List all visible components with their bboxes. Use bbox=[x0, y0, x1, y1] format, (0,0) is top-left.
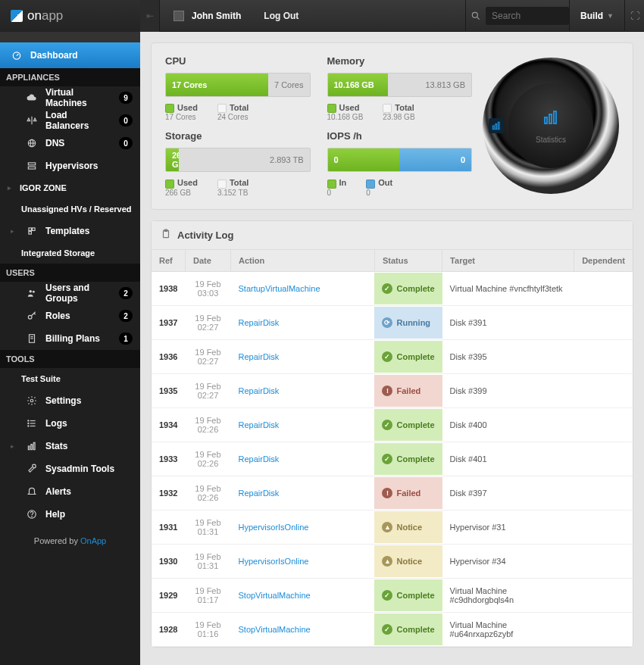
column-header[interactable]: Target bbox=[442, 250, 574, 272]
action-cell[interactable]: RepairDisk bbox=[230, 339, 374, 373]
status-icon: ▲ bbox=[382, 522, 392, 532]
table-row[interactable]: 193619 Feb02:27RepairDisk✓CompleteDisk #… bbox=[152, 339, 633, 373]
dependent-cell bbox=[574, 271, 633, 305]
sidebar-item-billing-plans[interactable]: Billing Plans1 bbox=[0, 327, 140, 350]
table-row[interactable]: 193419 Feb02:26RepairDisk✓CompleteDisk #… bbox=[152, 407, 633, 442]
table-row[interactable]: 192919 Feb01:17StopVirtualMachine✓Comple… bbox=[152, 578, 633, 612]
action-cell[interactable]: StopVirtualMachine bbox=[230, 578, 374, 612]
target-cell[interactable]: Disk #391 bbox=[442, 305, 574, 339]
status-cell: ✓Complete bbox=[374, 612, 442, 646]
action-cell[interactable]: RepairDisk bbox=[230, 373, 374, 407]
sidebar-item-stats[interactable]: ▸Stats bbox=[0, 435, 140, 457]
date-cell: 19 Feb01:31 bbox=[185, 544, 230, 578]
sidebar-item-templates[interactable]: ▸Templates bbox=[0, 220, 140, 242]
sidebar-item-roles[interactable]: Roles2 bbox=[0, 304, 140, 327]
sidebar-item-settings[interactable]: Settings bbox=[0, 389, 140, 412]
ref-cell: 1931 bbox=[152, 510, 185, 544]
sidebar-item-label: Roles bbox=[45, 311, 111, 321]
sidebar-item-integrated-storage[interactable]: Integrated Storage bbox=[0, 242, 140, 264]
table-row[interactable]: 193219 Feb02:26RepairDisk!FailedDisk #39… bbox=[152, 476, 633, 510]
clipboard-icon bbox=[161, 229, 171, 242]
fullscreen-button[interactable]: ⛶ bbox=[624, 0, 644, 32]
topbar: onapp ⇤ John Smith Log Out Build ▼ ⛶ bbox=[0, 0, 644, 32]
sidebar-item-label: Alerts bbox=[45, 486, 133, 497]
action-cell[interactable]: StopVirtualMachine bbox=[230, 612, 374, 646]
username-link[interactable]: John Smith bbox=[192, 11, 241, 21]
action-cell[interactable]: RepairDisk bbox=[230, 407, 374, 442]
table-row[interactable]: 193119 Feb01:31HypervisorIsOnline▲Notice… bbox=[152, 510, 633, 544]
sidebar-item-sysadmin-tools[interactable]: Sysadmin Tools bbox=[0, 457, 140, 480]
action-cell[interactable]: RepairDisk bbox=[230, 442, 374, 476]
sidebar-item-logs[interactable]: Logs bbox=[0, 412, 140, 435]
sidebar-item-help[interactable]: Help bbox=[0, 503, 140, 526]
table-row[interactable]: 193019 Feb01:31HypervisorIsOnline▲Notice… bbox=[152, 544, 633, 578]
action-cell[interactable]: RepairDisk bbox=[230, 305, 374, 339]
action-cell[interactable]: StartupVirtualMachine bbox=[230, 271, 374, 305]
cpu-used-bar: 17 Cores bbox=[166, 73, 268, 96]
svg-point-21 bbox=[30, 399, 33, 402]
sidebar-item-alerts[interactable]: Alerts bbox=[0, 480, 140, 503]
sidebar-item-hypervisors[interactable]: Hypervisors bbox=[0, 155, 140, 177]
key-icon bbox=[26, 311, 38, 321]
sidebar-item-unassigned-hvs-reserved[interactable]: Unassigned HVs / Reserved bbox=[0, 198, 140, 220]
ref-cell: 1933 bbox=[152, 442, 185, 476]
sidebar-item-label: Stats bbox=[45, 441, 133, 451]
sidebar-item-load-balancers[interactable]: Load Balancers0 bbox=[0, 109, 140, 132]
sidebar-item-users-and-groups[interactable]: Users and Groups2 bbox=[0, 282, 140, 304]
table-row[interactable]: 193719 Feb02:27RepairDisk⟳RunningDisk #3… bbox=[152, 305, 633, 339]
column-header[interactable]: Status bbox=[374, 250, 442, 272]
server-icon bbox=[26, 161, 38, 171]
column-header[interactable]: Date bbox=[185, 250, 230, 272]
iops-out-bar: 0 bbox=[399, 148, 471, 171]
svg-rect-33 bbox=[492, 126, 494, 130]
stats-card: CPU 17 Cores 7 Cores Used17 Cores Total2… bbox=[151, 42, 633, 210]
target-cell[interactable]: Virtual Machine #vncfhtylf3tetk bbox=[442, 271, 574, 305]
table-row[interactable]: 192819 Feb01:16StopVirtualMachine✓Comple… bbox=[152, 612, 633, 646]
target-cell[interactable]: Disk #401 bbox=[442, 442, 574, 476]
powered-link[interactable]: OnApp bbox=[80, 536, 106, 545]
target-cell[interactable]: Virtual Machine #c9dhdorgbqls4n bbox=[442, 578, 574, 612]
statistics-dial[interactable]: Statistics bbox=[483, 58, 619, 194]
table-row[interactable]: 193319 Feb02:26RepairDisk✓CompleteDisk #… bbox=[152, 442, 633, 476]
target-cell[interactable]: Disk #399 bbox=[442, 373, 574, 407]
sidebar-item-igor-zone[interactable]: ▸IGOR ZONE bbox=[0, 177, 140, 198]
logout-link[interactable]: Log Out bbox=[264, 11, 299, 21]
activity-log: Activity Log RefDateActionStatusTargetDe… bbox=[151, 220, 633, 648]
svg-point-14 bbox=[33, 291, 35, 293]
column-header[interactable]: Action bbox=[230, 250, 374, 272]
column-header[interactable]: Ref bbox=[152, 250, 185, 272]
target-cell[interactable]: Disk #395 bbox=[442, 339, 574, 373]
table-row[interactable]: 193819 Feb03:03StartupVirtualMachine✓Com… bbox=[152, 271, 633, 305]
target-cell[interactable]: Hypervisor #34 bbox=[442, 544, 574, 578]
status-icon: ⟳ bbox=[382, 317, 392, 328]
build-button[interactable]: Build ▼ bbox=[569, 0, 624, 32]
action-cell[interactable]: HypervisorIsOnline bbox=[230, 510, 374, 544]
sidebar-item-test-suite[interactable]: Test Suite bbox=[0, 368, 140, 389]
action-cell[interactable]: HypervisorIsOnline bbox=[230, 544, 374, 578]
sidebar-item-label: Templates bbox=[45, 226, 133, 236]
sidebar-item-dashboard[interactable]: Dashboard bbox=[0, 42, 140, 68]
date-cell: 19 Feb03:03 bbox=[185, 271, 230, 305]
status-icon: ! bbox=[382, 488, 392, 498]
ref-cell: 1930 bbox=[152, 544, 185, 578]
target-cell[interactable]: Disk #400 bbox=[442, 407, 574, 442]
target-cell[interactable]: Hypervisor #31 bbox=[442, 510, 574, 544]
target-cell[interactable]: Virtual Machine #u64nrxapz6zybf bbox=[442, 612, 574, 646]
sidebar-collapse-button[interactable]: ⇤ bbox=[140, 0, 160, 32]
sidebar-item-label: DNS bbox=[45, 138, 111, 148]
sidebar-item-dns[interactable]: DNS0 bbox=[0, 132, 140, 155]
powered-by: Powered by OnApp bbox=[0, 526, 140, 556]
action-cell[interactable]: RepairDisk bbox=[230, 476, 374, 510]
status-cell: ▲Notice bbox=[374, 510, 442, 544]
column-header[interactable]: Dependent bbox=[574, 250, 633, 272]
table-row[interactable]: 193519 Feb02:27RepairDisk!FailedDisk #39… bbox=[152, 373, 633, 407]
logo[interactable]: onapp bbox=[0, 0, 140, 32]
sidebar-item-label: Virtual Machines bbox=[45, 87, 111, 108]
caret-icon: ▸ bbox=[11, 227, 18, 235]
target-cell[interactable]: Disk #397 bbox=[442, 476, 574, 510]
search-input[interactable] bbox=[486, 7, 569, 25]
sidebar-item-virtual-machines[interactable]: Virtual Machines9 bbox=[0, 86, 140, 109]
sidebar-group-header: APPLIANCES bbox=[0, 68, 140, 86]
search-icon bbox=[466, 11, 486, 21]
memory-meter: 10.168 GB 13.813 GB bbox=[327, 73, 473, 97]
